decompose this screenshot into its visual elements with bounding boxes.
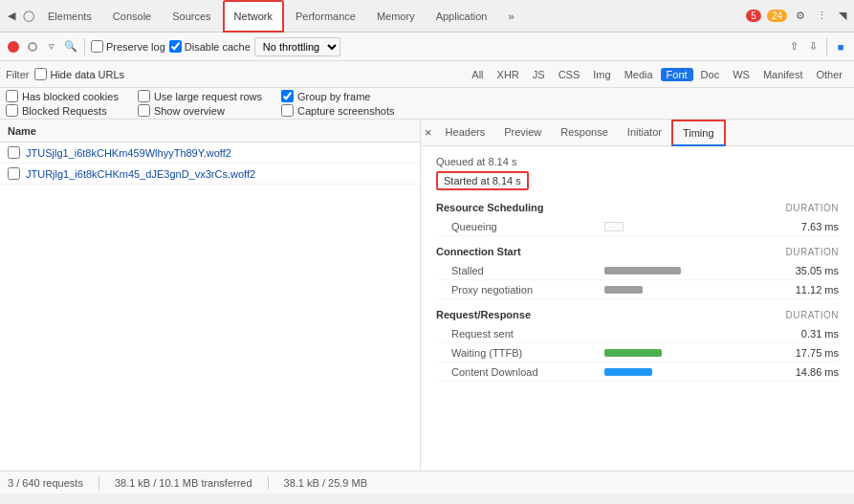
ttfb-bar-container <box>604 349 762 357</box>
filter-js[interactable]: JS <box>527 68 551 81</box>
tab-initiator[interactable]: Initiator <box>618 120 671 146</box>
disable-cache-input[interactable] <box>169 40 182 53</box>
blocked-cookies-input[interactable] <box>6 90 18 102</box>
download-label: Content Download <box>451 366 604 378</box>
hide-data-urls-label: Hide data URLs <box>50 69 124 80</box>
timing-row-request-sent: Request sent 0.31 ms <box>436 324 839 343</box>
resource-section-title: Resource Scheduling <box>436 202 543 213</box>
filter-media[interactable]: Media <box>619 68 659 81</box>
more-icon[interactable]: ⋮ <box>814 9 829 24</box>
filter-xhr[interactable]: XHR <box>492 68 525 81</box>
group-by-frame-input[interactable] <box>281 90 294 102</box>
tab-elements[interactable]: Elements <box>38 0 101 33</box>
tab-memory[interactable]: Memory <box>367 0 425 33</box>
export-icon[interactable]: ⇩ <box>805 39 821 55</box>
stop-icon[interactable] <box>25 39 40 55</box>
filter-bar: Filter Hide data URLs All XHR JS CSS Img… <box>0 61 854 88</box>
filter-all[interactable]: All <box>466 68 489 81</box>
blocked-cookies-label: Has blocked cookies <box>22 91 119 102</box>
preserve-log-checkbox[interactable]: Preserve log <box>91 40 165 53</box>
tab-timing[interactable]: Timing <box>671 120 726 146</box>
search-icon[interactable]: 🔍 <box>63 39 78 55</box>
filter-ws[interactable]: WS <box>727 68 755 81</box>
filter-types: All XHR JS CSS Img Media Font Doc WS Man… <box>466 68 848 81</box>
tab-network[interactable]: Network <box>223 0 284 33</box>
filter-doc[interactable]: Doc <box>695 68 726 81</box>
filter-other[interactable]: Other <box>810 68 848 81</box>
group-by-frame-row[interactable]: Group by frame <box>281 90 395 102</box>
group-by-frame-label: Group by frame <box>297 91 370 102</box>
stalled-label: Stalled <box>451 265 604 276</box>
filter-img[interactable]: Img <box>587 68 616 81</box>
list-item[interactable]: JTUSjlg1_i6t8kCHKm459WlhyyTh89Y.woff2 <box>0 142 420 164</box>
large-rows-label: Use large request rows <box>154 91 262 102</box>
settings-icon[interactable]: ⚙ <box>793 9 808 24</box>
large-rows-row[interactable]: Use large request rows <box>138 90 262 102</box>
queueing-bar-container <box>604 222 762 231</box>
item-checkbox-1[interactable] <box>8 167 20 180</box>
error-badge: 5 <box>746 10 761 22</box>
refresh-icon[interactable]: ◯ <box>21 9 36 24</box>
stalled-value: 35.05 ms <box>762 265 839 276</box>
blocked-requests-input[interactable] <box>6 104 18 117</box>
status-bar: 3 / 640 requests 38.1 kB / 10.1 MB trans… <box>0 471 854 493</box>
tab-performance[interactable]: Performance <box>286 0 365 33</box>
request-sent-value: 0.31 ms <box>762 328 839 340</box>
request-section-title: Request/Response <box>436 309 531 320</box>
request-section-header: Request/Response DURATION <box>436 309 839 320</box>
tab-more[interactable]: » <box>498 0 523 33</box>
undock-icon[interactable]: ◥ <box>835 9 850 24</box>
clear-icon[interactable]: ■ <box>833 39 848 55</box>
blocked-cookies-row[interactable]: Has blocked cookies <box>6 90 119 102</box>
connection-duration-header: DURATION <box>786 247 839 257</box>
status-divider-1 <box>99 476 99 490</box>
filter-icon[interactable]: ▿ <box>44 39 59 55</box>
show-overview-row[interactable]: Show overview <box>138 104 262 117</box>
capture-screenshots-row[interactable]: Capture screenshots <box>281 104 395 117</box>
disable-cache-checkbox[interactable]: Disable cache <box>169 40 251 53</box>
right-tabs: × Headers Preview Response Initiator Tim… <box>421 120 854 146</box>
warning-badge: 24 <box>767 10 787 22</box>
resource-section-header: Resource Scheduling DURATION <box>436 202 839 213</box>
disable-cache-label: Disable cache <box>185 41 251 53</box>
tab-preview[interactable]: Preview <box>494 120 551 146</box>
proxy-bar-container <box>604 286 762 294</box>
download-bar <box>604 368 652 376</box>
transferred-size: 38.1 kB / 10.1 MB transferred <box>115 477 252 489</box>
list-item[interactable]: JTURjlg1_i6t8kCHKm45_dJE3gnD_vx3rCs.woff… <box>0 164 420 185</box>
capture-screenshots-input[interactable] <box>281 104 294 117</box>
filter-manifest[interactable]: Manifest <box>757 68 809 81</box>
tab-headers[interactable]: Headers <box>436 120 495 146</box>
timing-section-resource: Resource Scheduling DURATION Queueing 7.… <box>436 202 839 236</box>
hide-data-urls-check[interactable]: Hide data URLs <box>34 68 124 80</box>
close-button[interactable]: × <box>425 125 432 140</box>
show-overview-input[interactable] <box>138 104 150 117</box>
queueing-bar <box>604 222 624 231</box>
import-icon[interactable]: ⇧ <box>786 39 801 55</box>
back-icon[interactable]: ◀ <box>4 9 19 24</box>
filter-font[interactable]: Font <box>661 68 693 81</box>
timing-row-ttfb: Waiting (TTFB) 17.75 ms <box>436 343 839 362</box>
item-checkbox-0[interactable] <box>8 146 20 159</box>
throttle-select[interactable]: No throttling Fast 3G Slow 3G Offline <box>254 37 340 56</box>
right-panel: × Headers Preview Response Initiator Tim… <box>421 120 854 471</box>
large-rows-input[interactable] <box>138 90 150 102</box>
tab-bar: ◀ ◯ Elements Console Sources Network Per… <box>0 0 854 33</box>
ttfb-value: 17.75 ms <box>762 347 839 359</box>
hide-data-urls-input[interactable] <box>34 68 47 80</box>
tab-response[interactable]: Response <box>551 120 618 146</box>
record-icon[interactable] <box>6 39 21 55</box>
tab-bar-left: ◀ ◯ Elements Console Sources Network Per… <box>4 0 524 33</box>
tab-console[interactable]: Console <box>103 0 161 33</box>
proxy-label: Proxy negotiation <box>451 284 604 296</box>
options-bar: Has blocked cookies Blocked Requests Use… <box>0 88 854 120</box>
tab-sources[interactable]: Sources <box>163 0 220 33</box>
filter-css[interactable]: CSS <box>553 68 586 81</box>
proxy-bar <box>604 286 643 294</box>
timing-queued: Queued at 8.14 s <box>436 156 839 167</box>
blocked-requests-row[interactable]: Blocked Requests <box>6 104 119 117</box>
preserve-log-input[interactable] <box>91 40 103 53</box>
tab-application[interactable]: Application <box>427 0 497 33</box>
divider-1 <box>84 38 85 55</box>
download-value: 14.86 ms <box>762 366 839 378</box>
